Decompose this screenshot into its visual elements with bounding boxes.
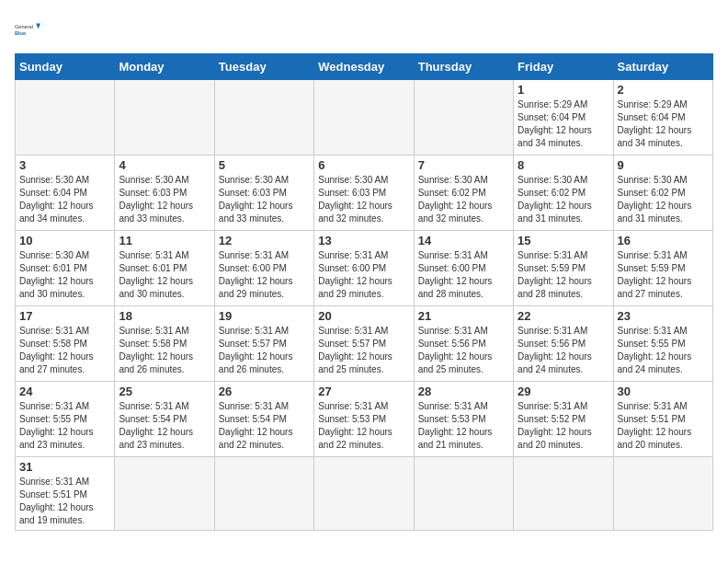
week-row-4: 17Sunrise: 5:31 AM Sunset: 5:58 PM Dayli… [16,306,713,382]
weekday-header-monday: Monday [115,54,214,80]
day-number: 17 [19,309,110,323]
day-info: Sunrise: 5:30 AM Sunset: 6:03 PM Dayligh… [219,174,310,225]
day-info: Sunrise: 5:31 AM Sunset: 5:51 PM Dayligh… [618,400,709,452]
calendar-cell: 29Sunrise: 5:31 AM Sunset: 5:52 PM Dayli… [514,382,613,457]
day-number: 15 [518,234,609,247]
calendar-cell: 2Sunrise: 5:29 AM Sunset: 6:04 PM Daylig… [613,80,712,155]
calendar-cell [214,80,313,155]
calendar-cell: 6Sunrise: 5:30 AM Sunset: 6:03 PM Daylig… [314,155,414,231]
day-info: Sunrise: 5:29 AM Sunset: 6:04 PM Dayligh… [618,98,709,150]
day-number: 31 [19,460,110,474]
day-info: Sunrise: 5:30 AM Sunset: 6:02 PM Dayligh… [418,174,509,225]
day-number: 18 [119,309,210,323]
day-number: 10 [19,234,110,247]
day-info: Sunrise: 5:31 AM Sunset: 5:53 PM Dayligh… [418,400,509,452]
day-info: Sunrise: 5:31 AM Sunset: 5:55 PM Dayligh… [19,400,110,452]
day-number: 2 [618,83,709,97]
day-info: Sunrise: 5:31 AM Sunset: 5:53 PM Dayligh… [318,400,409,452]
day-number: 20 [318,309,409,323]
calendar-cell: 31Sunrise: 5:31 AM Sunset: 5:51 PM Dayli… [16,457,115,531]
day-number: 5 [219,158,310,172]
day-number: 29 [518,385,609,398]
calendar-cell [16,80,115,155]
calendar-cell [314,457,414,531]
day-info: Sunrise: 5:29 AM Sunset: 6:04 PM Dayligh… [518,98,609,150]
weekday-header-wednesday: Wednesday [314,54,414,80]
general-blue-logo-icon: GeneralBlue [15,15,44,44]
logo: GeneralBlue [15,15,44,44]
calendar-cell [115,80,214,155]
calendar-cell: 30Sunrise: 5:31 AM Sunset: 5:51 PM Dayli… [613,382,712,457]
calendar-cell: 9Sunrise: 5:30 AM Sunset: 6:02 PM Daylig… [613,155,712,231]
day-info: Sunrise: 5:31 AM Sunset: 6:01 PM Dayligh… [119,249,210,301]
day-info: Sunrise: 5:30 AM Sunset: 6:01 PM Dayligh… [19,249,110,301]
calendar-cell: 27Sunrise: 5:31 AM Sunset: 5:53 PM Dayli… [314,382,414,457]
calendar-cell [514,457,613,531]
day-info: Sunrise: 5:30 AM Sunset: 6:03 PM Dayligh… [318,174,409,225]
day-info: Sunrise: 5:31 AM Sunset: 5:57 PM Dayligh… [219,325,310,376]
day-number: 25 [119,385,210,398]
day-number: 24 [19,385,110,398]
day-number: 8 [518,158,609,172]
svg-marker-2 [36,24,40,29]
weekday-header-sunday: Sunday [16,54,115,80]
calendar-cell: 13Sunrise: 5:31 AM Sunset: 6:00 PM Dayli… [314,231,414,306]
day-number: 11 [119,234,210,247]
calendar-cell [613,457,712,531]
calendar-cell: 11Sunrise: 5:31 AM Sunset: 6:01 PM Dayli… [115,231,214,306]
calendar-cell: 5Sunrise: 5:30 AM Sunset: 6:03 PM Daylig… [214,155,313,231]
calendar-cell: 16Sunrise: 5:31 AM Sunset: 5:59 PM Dayli… [613,231,712,306]
day-info: Sunrise: 5:31 AM Sunset: 5:54 PM Dayligh… [219,400,310,452]
calendar-cell: 22Sunrise: 5:31 AM Sunset: 5:56 PM Dayli… [514,306,613,382]
day-number: 28 [418,385,509,398]
day-info: Sunrise: 5:30 AM Sunset: 6:02 PM Dayligh… [518,174,609,225]
day-number: 7 [418,158,509,172]
weekday-header-row: SundayMondayTuesdayWednesdayThursdayFrid… [16,54,713,80]
day-number: 3 [19,158,110,172]
day-info: Sunrise: 5:31 AM Sunset: 5:52 PM Dayligh… [518,400,609,452]
day-info: Sunrise: 5:31 AM Sunset: 5:57 PM Dayligh… [318,325,409,376]
day-info: Sunrise: 5:31 AM Sunset: 5:51 PM Dayligh… [19,476,110,527]
calendar-cell: 23Sunrise: 5:31 AM Sunset: 5:55 PM Dayli… [613,306,712,382]
calendar-cell: 3Sunrise: 5:30 AM Sunset: 6:04 PM Daylig… [16,155,115,231]
svg-text:General: General [15,24,33,29]
day-number: 21 [418,309,509,323]
calendar-cell: 18Sunrise: 5:31 AM Sunset: 5:58 PM Dayli… [115,306,214,382]
week-row-3: 10Sunrise: 5:30 AM Sunset: 6:01 PM Dayli… [16,231,713,306]
day-number: 27 [318,385,409,398]
day-number: 19 [219,309,310,323]
calendar-cell [314,80,414,155]
calendar-cell [214,457,313,531]
calendar-cell: 26Sunrise: 5:31 AM Sunset: 5:54 PM Dayli… [214,382,313,457]
day-number: 12 [219,234,310,247]
calendar-cell: 20Sunrise: 5:31 AM Sunset: 5:57 PM Dayli… [314,306,414,382]
calendar-cell: 8Sunrise: 5:30 AM Sunset: 6:02 PM Daylig… [514,155,613,231]
day-number: 13 [318,234,409,247]
day-info: Sunrise: 5:31 AM Sunset: 5:56 PM Dayligh… [418,325,509,376]
week-row-5: 24Sunrise: 5:31 AM Sunset: 5:55 PM Dayli… [16,382,713,457]
day-number: 16 [618,234,709,247]
day-info: Sunrise: 5:31 AM Sunset: 5:58 PM Dayligh… [19,325,110,376]
weekday-header-friday: Friday [514,54,613,80]
week-row-6: 31Sunrise: 5:31 AM Sunset: 5:51 PM Dayli… [16,457,713,531]
day-number: 4 [119,158,210,172]
day-info: Sunrise: 5:31 AM Sunset: 5:59 PM Dayligh… [618,249,709,301]
day-number: 26 [219,385,310,398]
calendar-cell: 28Sunrise: 5:31 AM Sunset: 5:53 PM Dayli… [414,382,513,457]
calendar-cell: 7Sunrise: 5:30 AM Sunset: 6:02 PM Daylig… [414,155,513,231]
day-number: 6 [318,158,409,172]
day-info: Sunrise: 5:31 AM Sunset: 5:54 PM Dayligh… [119,400,210,452]
day-info: Sunrise: 5:31 AM Sunset: 6:00 PM Dayligh… [318,249,409,301]
calendar-cell: 24Sunrise: 5:31 AM Sunset: 5:55 PM Dayli… [16,382,115,457]
day-info: Sunrise: 5:31 AM Sunset: 6:00 PM Dayligh… [219,249,310,301]
calendar-cell: 1Sunrise: 5:29 AM Sunset: 6:04 PM Daylig… [514,80,613,155]
day-info: Sunrise: 5:31 AM Sunset: 5:59 PM Dayligh… [518,249,609,301]
calendar-cell [115,457,214,531]
day-info: Sunrise: 5:30 AM Sunset: 6:02 PM Dayligh… [618,174,709,225]
calendar-cell: 19Sunrise: 5:31 AM Sunset: 5:57 PM Dayli… [214,306,313,382]
week-row-2: 3Sunrise: 5:30 AM Sunset: 6:04 PM Daylig… [16,155,713,231]
calendar-table: SundayMondayTuesdayWednesdayThursdayFrid… [15,53,713,531]
day-number: 1 [518,83,609,97]
calendar-cell: 17Sunrise: 5:31 AM Sunset: 5:58 PM Dayli… [16,306,115,382]
calendar-cell: 4Sunrise: 5:30 AM Sunset: 6:03 PM Daylig… [115,155,214,231]
